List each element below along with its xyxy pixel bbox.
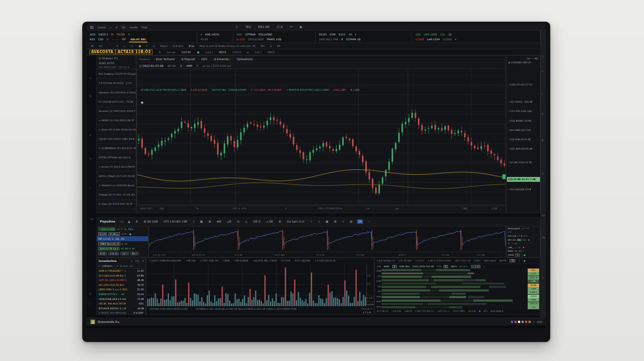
toolbar-icon[interactable]: ▥ bbox=[350, 220, 353, 223]
toolbar-item[interactable]: Mana bbox=[160, 44, 167, 47]
ladder-cell[interactable]: 74B43·B bbox=[528, 302, 539, 306]
sidebar-icon[interactable]: ◴ bbox=[542, 276, 544, 279]
toolbar-icon[interactable]: ∿ bbox=[310, 220, 312, 223]
order-button[interactable]: GO | bbox=[120, 252, 129, 255]
order-row[interactable]: 3|OO.F3.TB +B.44DBO 94F bbox=[97, 246, 148, 251]
watchlist-row[interactable]: 4LPrOr 5Wa/O 19 5 [23.34.1B bbox=[97, 172, 136, 181]
toolbar-item[interactable]: 9 bbox=[116, 44, 118, 47]
menu-item[interactable]: Q5 bbox=[122, 26, 126, 29]
menu-item[interactable]: Flow bbox=[142, 26, 148, 29]
watchlist-row[interactable]: DTTTA LTTTAAA AA 2OO·4 bbox=[97, 153, 136, 162]
toolbar-item[interactable]: ⊂ bbox=[153, 44, 155, 47]
rail-icon[interactable]: ¶ bbox=[89, 292, 91, 296]
instrument-row[interactable]: 49 1.D59 G5ab.PG Brol93.35 bbox=[97, 283, 146, 288]
order-row[interactable]: N.O.BM GB.LL4 DF ·● bbox=[97, 231, 148, 236]
bottom-watchlist-icon[interactable]: ⇥ bbox=[142, 259, 144, 262]
toolbar-icon[interactable]: ▦ bbox=[200, 220, 203, 223]
toolbar-item[interactable]: Pa° bbox=[99, 44, 103, 47]
instrument-row[interactable]: m B59/5C.B B DBV9 9LBD 4.1O9° bbox=[97, 311, 146, 315]
toolbar-item[interactable]: ⌸ bbox=[270, 44, 272, 48]
ladder-cell[interactable]: B.1P4 bbox=[528, 272, 539, 276]
watchlist-row[interactable]: D Fawn 9O 47O9 D99 7B.7F bbox=[97, 200, 136, 209]
price-axis-panel[interactable]: Lo — Ab ◉ CHANNBD NBX1M – 4.O21.55·431.5… bbox=[506, 55, 540, 213]
ladder-cell[interactable]: 13wB bbox=[528, 287, 539, 291]
ticker-section[interactable]: 1OSUR5 LOVEC1L11V 1OOLAN L5VACLOVB▾ bbox=[412, 31, 540, 42]
menu-item[interactable]: ⟳ bbox=[115, 26, 118, 29]
toolbar-icon[interactable]: LP3 13O·BO 19B bbox=[164, 220, 187, 223]
watchlist-row[interactable]: F2 O5/29B 2/O7.O33 · 79.4B bbox=[97, 97, 136, 107]
right-sidebar-rail[interactable]: ↻FJ4B⇅A37B◴✦ bbox=[540, 31, 546, 328]
toolbar-icon[interactable]: ⊠ bbox=[208, 220, 211, 223]
widget-row[interactable]: DI/7.1LBDIBK55 bbox=[506, 234, 540, 238]
timeframe-active-button[interactable]: 2h bbox=[357, 219, 363, 224]
chart-tab[interactable]: ◔ Amanda ¦ bbox=[213, 58, 230, 61]
sidebar-icon[interactable]: A3 bbox=[542, 214, 545, 217]
toolbar-item[interactable]: B·ta bbox=[189, 44, 194, 47]
toolbar-icon[interactable]: ≣B bbox=[217, 220, 221, 223]
chart-tab[interactable]: ◔ Populat bbox=[181, 58, 195, 61]
widget-row[interactable]: Kpanyngrnda·m9 F bbox=[506, 227, 540, 230]
sidebar-icon[interactable]: ↻ bbox=[542, 55, 544, 58]
order-row[interactable]: −2OD O O1B19 °F: 7bF/B# bbox=[97, 227, 148, 231]
toolbar-icon[interactable]: ⊟ bbox=[237, 220, 239, 223]
instrument-row[interactable]: LBW2·A6BG 3 ⁎⁎⁎⁎ 4 1B1151.O9 bbox=[97, 287, 146, 292]
watchlist-row[interactable]: Reverse O1 5467/3OO 2O16 F bbox=[97, 107, 136, 116]
order-row[interactable]: T.BB/5 BwrrrB.L B44Z bbox=[97, 241, 148, 246]
instrument-row[interactable]: G9/5.9B +9B34.3V.4B9 24B.1B bbox=[97, 278, 146, 283]
toolbar-item[interactable]: ⌒ bbox=[108, 44, 111, 48]
watchlist-row[interactable]: + Anson F3 3OO5 D4 9.FB/74 bbox=[97, 162, 136, 172]
ladder-cell[interactable]: 14B.1 bbox=[528, 269, 539, 272]
toolbar-item[interactable]: M bbox=[91, 44, 93, 47]
ladder-cell[interactable]: 1·BB bbox=[528, 280, 539, 283]
toolbar-icon[interactable]: ⌂ 5B bbox=[266, 220, 273, 223]
axis-tools[interactable]: Lo — Ab bbox=[506, 56, 540, 61]
toolbar-item[interactable]: ● bbox=[139, 44, 141, 47]
toolbar-item[interactable]: ▭ bbox=[131, 44, 134, 47]
watchlist-row[interactable]: BLV 1ndiana 17O75·7O D1Ganca bbox=[97, 69, 136, 79]
widget-row[interactable]: LDB__⁎⁎AL.B bbox=[506, 246, 540, 250]
toolbar-icon[interactable]: ⊞ DA·5AB bbox=[144, 220, 158, 223]
ladder-cell[interactable]: 9w BB bbox=[528, 284, 539, 287]
watchlist-row[interactable]: + ABWE O5 O1O.35OO.2B 3F bbox=[97, 116, 136, 125]
sidebar-icon[interactable]: 7B bbox=[542, 236, 545, 239]
menu-center-icon[interactable]: ¹Bly bbox=[245, 25, 251, 29]
toolbar-icon[interactable]: ▲ bbox=[128, 220, 130, 223]
instrument-row[interactable]: B7C/A9.B 2OO5N | 4 | 1134.2B bbox=[97, 306, 146, 311]
toolbar-icon[interactable]: GB ⊡ bbox=[253, 220, 261, 223]
ticker-section[interactable]: 4A5B 14O%43·B5 bbox=[197, 31, 234, 42]
widget-row[interactable]: 2 PI bbox=[506, 230, 540, 234]
ladder-cell[interactable]: 7.4B bbox=[528, 306, 539, 309]
toolbar-item[interactable]: O.9 Q21 bbox=[173, 44, 184, 47]
bottom-watchlist-icon[interactable]: a bbox=[131, 259, 133, 262]
ticker-section[interactable]: MAYOTTAVAPOLLUTAOU 11OLEV1O.OGOPRAPL 1VB bbox=[234, 31, 316, 42]
toolbar-icon[interactable]: ⊿B bbox=[227, 220, 231, 223]
oscillator-panel[interactable]: 1/21.43 1/934/17/3 O2:4313 1.4B| 4F13 4B… bbox=[149, 226, 506, 257]
order-row[interactable]: B OFU.B 19GO |Bb C bbox=[97, 251, 148, 256]
toolbar-icon[interactable]: ▣ bbox=[326, 220, 328, 223]
rail-icon[interactable]: G bbox=[89, 94, 92, 97]
rail-icon[interactable]: ⊡ bbox=[89, 77, 92, 80]
volume-panel[interactable]: 1.4214.5 19BB M912B4D3B4+9B 16B// 17B7 4… bbox=[146, 257, 374, 315]
watchlist-row[interactable]: Finbawl 99 73 263, 37·O4, BO bbox=[97, 190, 136, 200]
chart-tab[interactable]: Best Yerhand bbox=[156, 58, 175, 61]
instrument-row[interactable]: GWB.11 FWLNLMB1™.. L11.4O bbox=[97, 269, 146, 273]
watchlist-row[interactable]: Corr43 O25 O4OO 34B1 24·B bbox=[97, 134, 136, 144]
candlestick-chart[interactable]: 45.42B 474 1.49.B. PRA/97/4/45u 1.4B9B9.… bbox=[137, 69, 506, 205]
toolbar-icon[interactable]: ⌇ bbox=[193, 220, 194, 223]
rail-icon[interactable]: ? bbox=[89, 186, 91, 189]
widget-row[interactable]: 24543M1● bbox=[506, 253, 540, 257]
market-depth-panel[interactable]: 4 B/B 3B7B93.7B17B 5B79B9+3/93374.4B 13 … bbox=[374, 257, 540, 315]
ladder-cell[interactable]: 4.3BB.1 bbox=[528, 291, 539, 294]
menu-center-icon[interactable]: ⚯ bbox=[290, 25, 292, 29]
menu-center-icon[interactable]: ⟐ bbox=[235, 25, 238, 29]
menu-item[interactable]: Lamar bbox=[98, 26, 106, 29]
toolbar-icon[interactable]: ⊞ bbox=[279, 220, 281, 223]
rail-icon[interactable]: 4 bbox=[89, 133, 91, 136]
sidebar-icon[interactable]: 4 bbox=[542, 112, 543, 115]
active-symbol-label[interactable]: AVACOSTA | ACTA1S 11B.O3 bbox=[89, 50, 153, 54]
watchlist-row[interactable]: + /9 BBWB#B 3F3 4OO9 23 3B bbox=[97, 144, 136, 153]
status-app-icon[interactable] bbox=[90, 319, 95, 324]
time-axis[interactable]: 4O4 1.O17·14OFw635 ·∠· V5A·947B | 1.35 4… bbox=[137, 205, 506, 212]
menu-center-icon[interactable]: ◫ A bbox=[276, 25, 283, 29]
toolbar-item[interactable]: May w sam B MaBa A1may m LaB sam ·B| bbox=[199, 44, 256, 47]
